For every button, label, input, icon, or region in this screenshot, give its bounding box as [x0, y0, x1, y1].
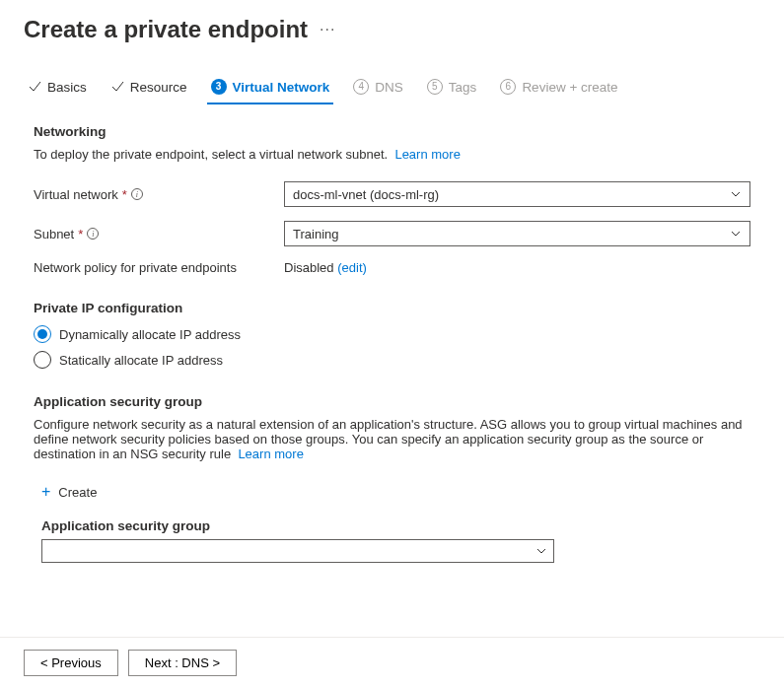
policy-edit-link[interactable]: (edit)	[337, 260, 367, 275]
ip-config-heading: Private IP configuration	[34, 301, 750, 315]
asg-heading: Application security group	[34, 394, 750, 409]
asg-desc-text: Configure network security as a natural …	[34, 417, 743, 461]
asg-description: Configure network security as a natural …	[34, 417, 750, 461]
info-icon[interactable]: i	[87, 228, 99, 240]
plus-icon: +	[41, 483, 50, 501]
check-icon	[28, 80, 41, 94]
vnet-value: docs-ml-vnet (docs-ml-rg)	[293, 187, 439, 202]
vnet-label: Virtual network * i	[34, 187, 284, 202]
tab-dns-label: DNS	[375, 80, 403, 95]
asg-column-header: Application security group	[41, 518, 750, 533]
next-button[interactable]: Next : DNS >	[128, 650, 237, 676]
radio-static-ip[interactable]: Statically allocate IP address	[34, 351, 750, 369]
radio-dynamic-label: Dynamically allocate IP address	[59, 327, 241, 342]
tab-dns[interactable]: 4 DNS	[349, 73, 407, 104]
tab-resource[interactable]: Resource	[107, 74, 191, 104]
check-icon	[110, 80, 124, 94]
step-number-icon: 4	[353, 79, 369, 95]
tabs-nav: Basics Resource 3 Virtual Network 4 DNS …	[24, 73, 760, 104]
chevron-down-icon	[730, 188, 742, 200]
radio-icon	[34, 325, 51, 343]
tab-resource-label: Resource	[130, 80, 187, 95]
subnet-value: Training	[293, 227, 338, 241]
vnet-label-text: Virtual network	[34, 187, 118, 202]
policy-label: Network policy for private endpoints	[34, 260, 284, 275]
footer-nav: < Previous Next : DNS >	[0, 637, 784, 688]
policy-value: Disabled (edit)	[284, 260, 367, 275]
step-number-icon: 5	[427, 79, 443, 95]
tab-basics[interactable]: Basics	[24, 74, 91, 104]
networking-learn-more-link[interactable]: Learn more	[394, 147, 460, 162]
more-icon[interactable]: ···	[320, 21, 335, 38]
previous-button[interactable]: < Previous	[24, 650, 118, 676]
info-icon[interactable]: i	[131, 188, 143, 200]
tab-virtual-network-label: Virtual Network	[233, 80, 330, 95]
tab-virtual-network[interactable]: 3 Virtual Network	[207, 73, 334, 104]
tab-tags-label: Tags	[449, 80, 477, 95]
required-indicator: *	[78, 227, 83, 241]
asg-learn-more-link[interactable]: Learn more	[238, 447, 303, 461]
tab-basics-label: Basics	[47, 80, 87, 95]
radio-dynamic-ip[interactable]: Dynamically allocate IP address	[34, 325, 750, 343]
networking-description: To deploy the private endpoint, select a…	[34, 147, 750, 162]
subnet-label-text: Subnet	[34, 227, 74, 241]
policy-value-text: Disabled	[284, 260, 334, 275]
page-title: Create a private endpoint	[24, 16, 308, 43]
required-indicator: *	[122, 187, 127, 202]
step-number-icon: 6	[500, 79, 516, 95]
step-number-icon: 3	[211, 79, 227, 95]
radio-static-label: Statically allocate IP address	[59, 353, 223, 368]
tab-review-create[interactable]: 6 Review + create	[496, 73, 621, 104]
tab-tags[interactable]: 5 Tags	[423, 73, 481, 104]
vnet-select[interactable]: docs-ml-vnet (docs-ml-rg)	[284, 181, 750, 207]
radio-icon	[34, 351, 51, 369]
asg-create-button[interactable]: + Create	[41, 483, 97, 501]
chevron-down-icon	[535, 545, 547, 557]
subnet-select[interactable]: Training	[284, 221, 750, 246]
asg-create-label: Create	[58, 485, 97, 500]
policy-label-text: Network policy for private endpoints	[34, 260, 237, 275]
asg-select[interactable]	[41, 539, 554, 563]
chevron-down-icon	[730, 228, 742, 240]
subnet-label: Subnet * i	[34, 227, 284, 241]
networking-desc-text: To deploy the private endpoint, select a…	[34, 147, 388, 162]
networking-heading: Networking	[34, 124, 750, 139]
tab-review-create-label: Review + create	[522, 80, 617, 95]
